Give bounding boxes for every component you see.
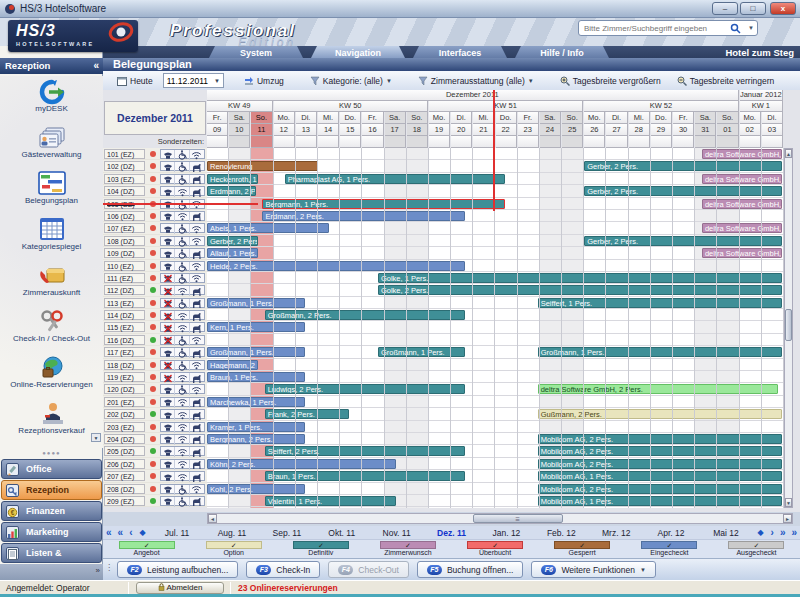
sidebar-item-belegungsplan[interactable]: Belegungsplan (0, 168, 103, 214)
reservation-bar-definitiv[interactable]: Golke, 2 Pers. (378, 285, 782, 295)
room-number[interactable]: 120 (DZ) (104, 384, 145, 394)
sidebar-item-rezeptionsverkauf[interactable]: Rezeptionsverkauf▼ (0, 398, 103, 444)
room-number[interactable]: 118 (DZ) (104, 360, 145, 370)
month-link-feb-12[interactable]: Feb. 12 (534, 528, 589, 538)
zimmervergabe-assistent-button[interactable]: Zimmervergabe-Assistent... (794, 73, 800, 89)
scroll-left-icon[interactable]: ◄ (208, 514, 217, 523)
reservation-bar-definitiv[interactable]: Pharmaplast AG, 1 Pers. (285, 174, 505, 184)
room-number[interactable]: 106 (DZ) (104, 211, 145, 221)
sidebar-item-zimmerauskunft[interactable]: Zimmerauskunft (0, 260, 103, 306)
reservation-bar-eingecheckt[interactable]: Erdmann, 2 Pers. (262, 211, 464, 221)
reservation-bar-definitiv[interactable]: Seiffert, 1 Pers. (538, 298, 782, 308)
room-number[interactable]: 109 (DZ) (104, 248, 145, 258)
month-link-sep-11[interactable]: Sep. 11 (259, 528, 314, 538)
heute-button[interactable]: Heute (111, 73, 159, 89)
room-number[interactable]: 116 (DZ) (104, 335, 145, 345)
collapse-sidebar-icon[interactable]: « (93, 58, 99, 74)
nav-right-marker-icon[interactable]: ◆ (753, 528, 767, 537)
sidebar-item-dropdown-icon[interactable]: ▼ (91, 433, 101, 442)
reservation-bar-eingecheckt[interactable]: Bergmann, 2 Pers. (207, 434, 305, 444)
reservation-bar-definitiv[interactable]: Mobilcom AG, 2 Pers. (538, 434, 782, 444)
sidebar-item-check-in-check-out[interactable]: Check-In / Check-Out (0, 306, 103, 352)
nav-button-marketing[interactable]: Marketing (1, 522, 102, 542)
month-link-apr-12[interactable]: Apr. 12 (644, 528, 699, 538)
room-number[interactable]: 204 (DZ) (104, 434, 145, 444)
month-link-jul-11[interactable]: Jul. 11 (150, 528, 205, 538)
sidebar-item-g-steverwaltung[interactable]: Gästeverwaltung (0, 122, 103, 168)
search-icon[interactable] (730, 23, 741, 34)
reservation-bar-eingecheckt[interactable]: Kern, 1 Pers. (207, 322, 305, 332)
reservation-bar-definitiv[interactable]: Golke, 1 Pers. (378, 273, 782, 283)
reservation-bar-definitiv[interactable]: Großmann, 2 Pers. (265, 310, 465, 320)
reservation-bar-definitiv[interactable]: Mobilcom AG, 1 Pers. (538, 471, 782, 481)
reservation-bar-definitiv[interactable]: Gerber, 2 Pers. (207, 236, 258, 246)
search-input[interactable] (582, 22, 726, 34)
room-number[interactable]: 102 (DZ) (104, 161, 145, 171)
reservation-bar-definitiv[interactable]: Frank, 2 Pers. (265, 409, 350, 419)
reservation-bar-definitiv[interactable]: Mobilcom AG, 1 Pers. (538, 496, 782, 506)
reservation-bar-definitiv[interactable]: Braun, 1 Pers. (265, 471, 465, 481)
month-link-jan-12[interactable]: Jan. 12 (479, 528, 534, 538)
nav-button-office[interactable]: Office (1, 459, 102, 479)
month-link-okt-11[interactable]: Okt. 11 (314, 528, 369, 538)
umzug-button[interactable]: Umzug (238, 73, 290, 89)
scroll-up-icon[interactable]: ▲ (785, 149, 792, 158)
legend-swatch[interactable]: ✓ (119, 541, 175, 549)
room-number[interactable]: 205 (DZ) (104, 446, 145, 456)
legend-swatch[interactable]: ✓ (293, 541, 349, 549)
reservation-bar-zimmerwunsch[interactable]: deltra Software GmbH, 1 Pers. (702, 174, 782, 184)
room-number[interactable]: 202 (DZ) (104, 409, 145, 419)
reservation-bar-eingecheckt[interactable]: Braun, 1 Pers. (207, 372, 305, 382)
horizontal-scrollbar[interactable]: ◄ ☰ ► (207, 513, 793, 524)
nav-back-icon[interactable]: ‹ (126, 527, 135, 539)
reservation-bar-definitiv[interactable]: Ludwigs, 2 Pers. (265, 384, 465, 394)
reservation-bar-eingecheckt[interactable]: Kohl, 2 Pers. (207, 484, 305, 494)
room-number[interactable]: 107 (EZ) (104, 223, 145, 233)
reservation-bar-eingecheckt[interactable]: Hagemann, 2 Pe... (207, 360, 258, 370)
reservation-bar-definitiv[interactable]: Valentin, 1 Pers. (265, 496, 396, 506)
nav-button-listen-statistiken[interactable]: Listen & Statistiken (1, 543, 102, 563)
reservation-bar-definitiv[interactable]: Großmann, 1 Pers. (538, 347, 782, 357)
month-link-mai-12[interactable]: Mai 12 (699, 528, 754, 538)
reservation-bar-definitiv[interactable]: Mobilcom AG, 2 Pers. (538, 459, 782, 469)
reservation-bar-definitiv[interactable]: Großmann, 1 Pers. (378, 347, 465, 357)
reservation-bar-zimmerwunsch[interactable]: deltra Software GmbH, 1 Pers. (702, 199, 782, 209)
tagesbreite-vergroessern-button[interactable]: Tagesbreite vergrößern (554, 73, 667, 89)
reservation-bar-zimmerwunsch[interactable]: deltra Software GmbH, 1 Pers. (702, 149, 782, 159)
room-number[interactable]: 119 (EZ) (104, 372, 145, 382)
sidebar-item-kategoriespiegel[interactable]: Kategoriespiegel (0, 214, 103, 260)
room-number[interactable]: 111 (EZ) (104, 273, 145, 283)
legend-swatch[interactable]: ✓ (728, 541, 784, 549)
vertical-scroll-thumb[interactable] (785, 309, 792, 341)
online-reservations-link[interactable]: 23 Onlinereservierungen (238, 583, 338, 593)
room-number[interactable]: 117 (EZ) (104, 347, 145, 357)
maximize-button[interactable]: □ (740, 2, 766, 15)
room-number[interactable]: 201 (EZ) (104, 397, 145, 407)
reservation-bar-eingecheckt[interactable]: Allaut, 1 Pers. (207, 248, 258, 258)
nav-button-finanzen[interactable]: €Finanzen (1, 501, 102, 521)
room-number[interactable]: 104 (DZ) (104, 186, 145, 196)
legend-swatch[interactable]: ✓ (554, 541, 610, 549)
room-number[interactable]: 206 (DZ) (104, 459, 145, 469)
reservation-bar-option[interactable]: Gußmann, 2 Pers. (538, 409, 782, 419)
reservation-bar-eingecheckt[interactable]: Marchewka, 1 Pers. (207, 397, 305, 407)
check-in-button[interactable]: F3Check-In (246, 561, 320, 578)
horizontal-scroll-thumb[interactable]: ☰ (473, 514, 563, 523)
sidebar-item-mydesk[interactable]: myDESK (0, 76, 103, 122)
scroll-right-icon[interactable]: ► (783, 514, 792, 523)
legend-swatch[interactable]: ✓ (206, 541, 262, 549)
minimize-button[interactable]: – (712, 2, 738, 15)
tagesbreite-verringern-button[interactable]: Tagesbreite verringern (671, 73, 781, 89)
room-number[interactable]: 110 (EZ) (104, 261, 145, 271)
scroll-down-icon[interactable]: ▼ (785, 498, 792, 507)
room-number[interactable]: 101 (EZ) (104, 149, 145, 159)
reservation-bar-zimmerwunsch[interactable]: deltra Software GmbH, 1 Pers. (702, 223, 782, 233)
nav-left-marker-icon[interactable]: ◆ (135, 528, 149, 537)
legend-swatch[interactable]: ✓ (641, 541, 697, 549)
reservation-bar-definitiv[interactable]: Erdmann, 2 Pers. (207, 186, 256, 196)
search-dropdown-icon[interactable]: ▼ (748, 25, 754, 31)
reservation-bar-eingecheckt[interactable]: Großmann, 1 Pers. (207, 298, 305, 308)
room-number[interactable]: 209 (EZ) (104, 496, 145, 506)
room-number[interactable]: 203 (EZ) (104, 422, 145, 432)
reservation-bar-definitiv[interactable]: Gerber, 2 Pers. (584, 236, 782, 246)
